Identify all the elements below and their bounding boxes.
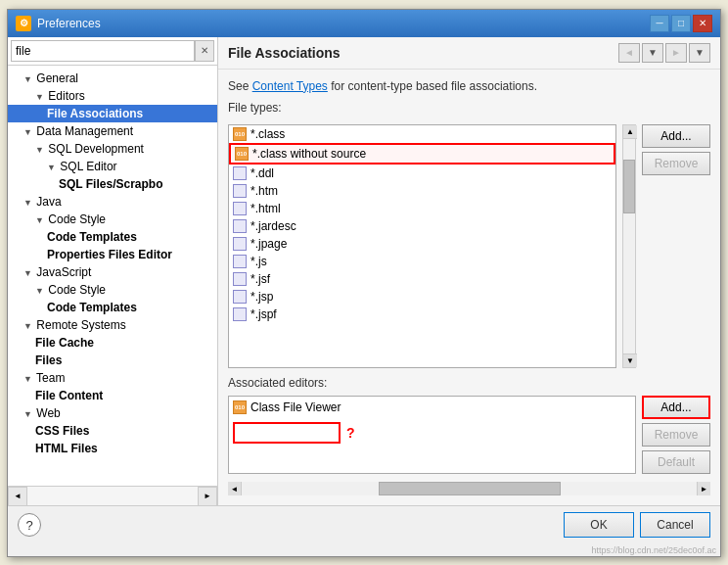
close-button[interactable]: ✕ bbox=[693, 15, 712, 32]
tree-item-file-content[interactable]: File Content bbox=[8, 387, 217, 404]
file-icon bbox=[233, 184, 247, 198]
list-item[interactable]: *.jardesc bbox=[229, 217, 615, 235]
help-button[interactable]: ? bbox=[18, 513, 41, 537]
file-icon bbox=[233, 255, 247, 268]
list-item[interactable]: *.ddl bbox=[229, 165, 615, 182]
tree-item-editors[interactable]: ▼ Editors bbox=[8, 87, 217, 105]
tree-item-java[interactable]: ▼ Java bbox=[8, 193, 217, 211]
java-icon: 010 bbox=[233, 127, 247, 141]
file-types-buttons: Add... Remove bbox=[642, 124, 710, 368]
file-types-add-button[interactable]: Add... bbox=[642, 124, 710, 148]
assoc-selected-row: ? bbox=[229, 418, 635, 447]
scroll-track-horizontal bbox=[242, 482, 697, 495]
tree-item-remote-systems[interactable]: ▼ Remote Systems bbox=[8, 316, 217, 334]
list-item[interactable]: *.jspf bbox=[229, 306, 615, 323]
tree-item-sql-files[interactable]: SQL Files/Scrapbo bbox=[8, 175, 217, 193]
preferences-dialog: ⚙ Preferences ─ □ ✕ ✕ ▼ General ▼ Editor… bbox=[7, 9, 721, 557]
list-item[interactable]: *.js bbox=[229, 253, 615, 270]
assoc-input-field[interactable] bbox=[233, 422, 341, 444]
dialog-icon: ⚙ bbox=[16, 16, 31, 31]
scroll-track-vertical bbox=[623, 139, 635, 353]
bottom-scrollbar: ◄ ► bbox=[228, 482, 710, 495]
assoc-add-button[interactable]: Add... bbox=[642, 396, 710, 419]
nav-dropdown-button[interactable]: ▼ bbox=[642, 43, 663, 63]
tree-item-sql-editor[interactable]: ▼ SQL Editor bbox=[8, 158, 217, 175]
assoc-remove-button[interactable]: Remove bbox=[642, 423, 710, 447]
tree-item-html-files[interactable]: HTML Files bbox=[8, 440, 217, 457]
associated-editors-content: 010 Class File Viewer ? Add... Remove bbox=[228, 396, 710, 474]
assoc-default-button[interactable]: Default bbox=[642, 450, 710, 474]
search-clear-button[interactable]: ✕ bbox=[195, 40, 214, 62]
tree-item-js-code-style[interactable]: ▼ Code Style bbox=[8, 281, 217, 299]
file-icon bbox=[233, 202, 247, 215]
title-bar: ⚙ Preferences ─ □ ✕ bbox=[8, 10, 720, 37]
header-nav-buttons: ◄ ▼ ► ▼ bbox=[618, 43, 710, 63]
tree-item-code-templates[interactable]: Code Templates bbox=[8, 228, 217, 246]
dialog-body: ✕ ▼ General ▼ Editors File Associations … bbox=[8, 37, 720, 505]
tree-area: ▼ General ▼ Editors File Associations ▼ … bbox=[8, 66, 217, 486]
footer-right: OK Cancel bbox=[564, 512, 710, 538]
list-item[interactable]: *.jsf bbox=[229, 270, 615, 288]
file-types-remove-button[interactable]: Remove bbox=[642, 152, 710, 175]
file-icon bbox=[233, 307, 247, 321]
file-types-label: File types: bbox=[228, 101, 710, 115]
nav-menu-button[interactable]: ▼ bbox=[689, 43, 710, 63]
nav-back-button[interactable]: ◄ bbox=[618, 43, 640, 63]
tree-item-sql-development[interactable]: ▼ SQL Development bbox=[8, 140, 217, 158]
dialog-footer: ? OK Cancel bbox=[8, 505, 720, 544]
right-panel-title: File Associations bbox=[228, 45, 341, 61]
maximize-button[interactable]: □ bbox=[671, 15, 691, 32]
list-item[interactable]: 010 *.class without source bbox=[229, 143, 615, 165]
list-item[interactable]: *.html bbox=[229, 200, 615, 217]
right-panel: File Associations ◄ ▼ ► ▼ See Content Ty… bbox=[218, 37, 720, 505]
associated-editors-label: Associated editors: bbox=[228, 376, 710, 390]
right-header: File Associations ◄ ▼ ► ▼ bbox=[218, 37, 720, 70]
scroll-thumb bbox=[623, 160, 635, 213]
scroll-right-arrow[interactable]: ► bbox=[697, 482, 710, 495]
assoc-header-row[interactable]: 010 Class File Viewer bbox=[229, 397, 635, 418]
file-icon bbox=[233, 290, 247, 304]
tree-item-javascript[interactable]: ▼ JavaScript bbox=[8, 263, 217, 281]
tree-item-file-cache[interactable]: File Cache bbox=[8, 334, 217, 352]
file-types-section: 010 *.class 010 *.class without source *… bbox=[228, 124, 710, 368]
list-item[interactable]: 010 *.class bbox=[229, 125, 615, 143]
tree-item-team[interactable]: ▼ Team bbox=[8, 369, 217, 387]
tree-item-data-management[interactable]: ▼ Data Management bbox=[8, 122, 217, 140]
list-item[interactable]: *.jpage bbox=[229, 235, 615, 253]
list-item[interactable]: *.jsp bbox=[229, 288, 615, 306]
ok-button[interactable]: OK bbox=[564, 512, 634, 538]
right-content: See Content Types for content-type based… bbox=[218, 70, 720, 505]
tree-item-js-code-templates[interactable]: Code Templates bbox=[8, 299, 217, 316]
file-types-list: 010 *.class 010 *.class without source *… bbox=[229, 125, 615, 367]
scroll-thumb-horizontal bbox=[379, 482, 561, 495]
tree-item-files[interactable]: Files bbox=[8, 352, 217, 369]
tree-item-general[interactable]: ▼ General bbox=[8, 70, 217, 87]
tree-item-java-code-style[interactable]: ▼ Code Style bbox=[8, 211, 217, 228]
nav-fwd-button[interactable]: ► bbox=[665, 43, 687, 63]
scroll-right-button[interactable]: ► bbox=[198, 487, 217, 505]
content-types-link[interactable]: Content Types bbox=[252, 79, 328, 93]
minimize-button[interactable]: ─ bbox=[650, 15, 669, 32]
footer-left: ? bbox=[18, 513, 41, 537]
class-file-viewer-icon: 010 bbox=[233, 400, 247, 414]
cancel-button[interactable]: Cancel bbox=[640, 512, 710, 538]
java-icon: 010 bbox=[235, 147, 249, 161]
tree-item-css-files[interactable]: CSS Files bbox=[8, 422, 217, 440]
search-bar: ✕ bbox=[8, 37, 217, 66]
class-file-viewer-label: Class File Viewer bbox=[250, 400, 341, 414]
title-bar-left: ⚙ Preferences bbox=[16, 16, 101, 31]
question-mark-icon: ? bbox=[346, 425, 355, 441]
scroll-left-arrow[interactable]: ◄ bbox=[228, 482, 242, 495]
search-input[interactable] bbox=[11, 40, 195, 62]
scroll-left-button[interactable]: ◄ bbox=[8, 487, 27, 505]
tree-item-properties-files-editor[interactable]: Properties Files Editor bbox=[8, 246, 217, 263]
window-controls: ─ □ ✕ bbox=[650, 15, 712, 32]
list-item[interactable]: *.htm bbox=[229, 182, 615, 200]
scroll-up-arrow[interactable]: ▲ bbox=[623, 125, 637, 139]
tree-item-web[interactable]: ▼ Web bbox=[8, 404, 217, 422]
scroll-down-arrow[interactable]: ▼ bbox=[623, 353, 637, 367]
dialog-title: Preferences bbox=[37, 17, 101, 30]
tree-item-file-associations[interactable]: File Associations bbox=[8, 105, 217, 122]
file-types-list-container: 010 *.class 010 *.class without source *… bbox=[228, 124, 616, 368]
associated-editors-section: Associated editors: 010 Class File Viewe… bbox=[228, 376, 710, 474]
